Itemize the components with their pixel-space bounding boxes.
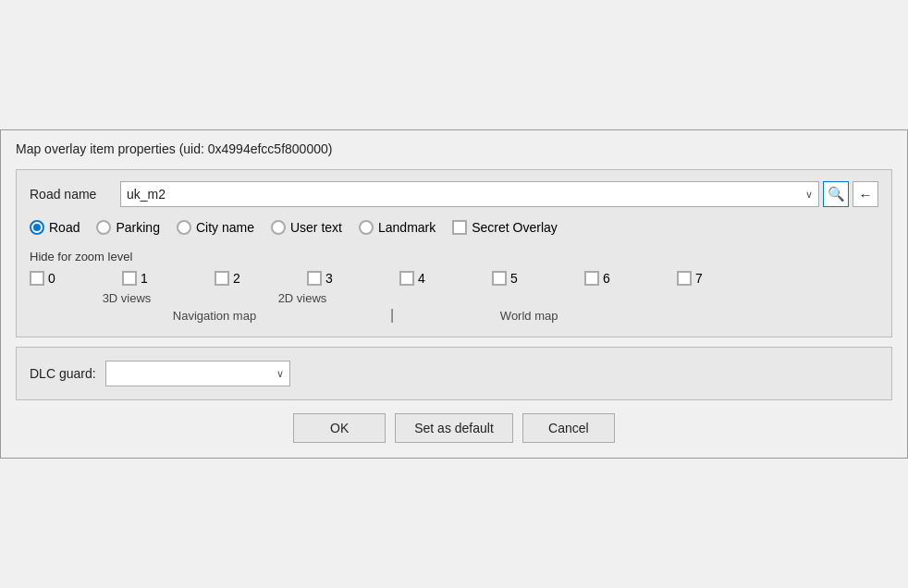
road-name-row: Road name uk_m2 ∨ 🔍 ← [30,181,878,207]
parking-label: Parking [116,220,159,235]
set-as-default-button[interactable]: Set as default [395,413,513,443]
zoom-title: Hide for zoom level [30,250,878,263]
landmark-radio-indicator [359,220,374,235]
cancel-button[interactable]: Cancel [522,413,615,443]
zoom-7-checkbox [677,271,692,286]
zoom-2-label: 2 [233,271,240,286]
ok-button[interactable]: OK [293,413,386,443]
zoom-6-checkbox [584,271,599,286]
dialog-container: Map overlay item properties (uid: 0x4994… [0,129,908,459]
dlc-section: DLC guard: ∨ [16,347,892,400]
zoom-5-checkbox [492,271,507,286]
type-options-row: Road Parking City name User text Landmar… [30,220,878,235]
zoom-0-checkbox [30,271,44,286]
road-name-input-wrap: uk_m2 ∨ 🔍 ← [120,181,878,207]
dlc-select[interactable]: ∨ [105,361,290,386]
zoom-2-checkbox [215,271,229,286]
dlc-label: DLC guard: [30,366,96,381]
type-user-text[interactable]: User text [271,220,342,235]
search-icon: 🔍 [828,186,845,202]
back-button[interactable]: ← [853,181,878,207]
dialog-buttons: OK Set as default Cancel [16,413,892,443]
zoom-level-4[interactable]: 4 [399,271,492,286]
zoom-checkboxes-row: 0 1 2 3 4 [30,271,878,286]
road-radio-indicator [30,220,44,235]
map-labels-row: Navigation map | World map [30,307,878,324]
zoom-0-label: 0 [48,271,55,286]
dialog-title: Map overlay item properties (uid: 0x4994… [16,141,892,156]
zoom-level-2[interactable]: 2 [215,271,307,286]
secret-overlay-label: Secret Overlay [472,220,558,235]
type-secret-overlay[interactable]: Secret Overlay [452,220,558,235]
zoom-level-6[interactable]: 6 [584,271,677,286]
zoom-level-3[interactable]: 3 [307,271,399,286]
zoom-1-checkbox [122,271,137,286]
zoom-3-checkbox [307,271,322,286]
road-name-value: uk_m2 [127,187,805,202]
road-name-arrow: ∨ [805,189,813,201]
type-city-name[interactable]: City name [177,220,254,235]
zoom-6-label: 6 [603,271,610,286]
road-name-label: Road name [30,187,113,202]
zoom-level-5[interactable]: 5 [492,271,584,286]
navigation-map-label: Navigation map [39,309,390,323]
zoom-7-label: 7 [695,271,703,286]
back-arrow-icon: ← [859,187,873,202]
type-road[interactable]: Road [30,220,80,235]
zoom-section: Hide for zoom level 0 1 2 3 [30,250,878,324]
search-button[interactable]: 🔍 [823,181,849,207]
views-3d-label: 3D views [39,291,215,305]
parking-radio-indicator [96,220,111,235]
type-landmark[interactable]: Landmark [359,220,436,235]
road-label: Road [49,220,80,235]
user-text-label: User text [290,220,342,235]
zoom-level-0[interactable]: 0 [30,271,122,286]
zoom-4-checkbox [399,271,414,286]
zoom-level-1[interactable]: 1 [122,271,215,286]
zoom-3-label: 3 [325,271,333,286]
user-text-radio-indicator [271,220,286,235]
zoom-1-label: 1 [141,271,148,286]
zoom-5-label: 5 [510,271,518,286]
road-name-dropdown[interactable]: uk_m2 ∨ [120,181,819,207]
separator-icon: | [390,307,394,324]
type-parking[interactable]: Parking [96,220,159,235]
landmark-label: Landmark [378,220,436,235]
zoom-level-7[interactable]: 7 [677,271,769,286]
views-labels-row: 3D views 2D views [30,291,878,305]
views-2d-label: 2D views [215,291,390,305]
dlc-dropdown-arrow: ∨ [276,368,284,380]
city-name-radio-indicator [177,220,191,235]
main-section: Road name uk_m2 ∨ 🔍 ← Road [16,169,892,337]
city-name-label: City name [196,220,254,235]
secret-overlay-checkbox-indicator [452,220,467,235]
zoom-4-label: 4 [418,271,425,286]
world-map-label: World map [399,309,658,323]
